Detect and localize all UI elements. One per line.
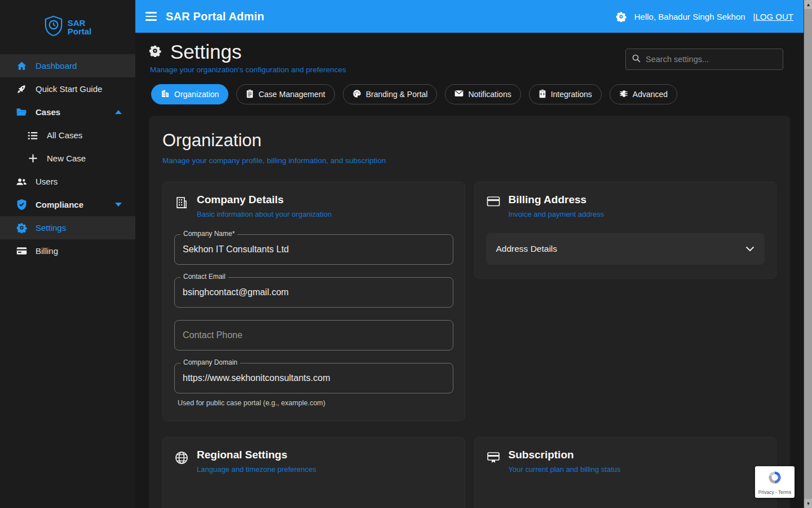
field-label: Contact Email	[180, 273, 228, 281]
tab-label: Case Management	[258, 90, 325, 99]
contact-email-field[interactable]	[174, 277, 453, 308]
users-icon	[16, 176, 27, 187]
sidebar-item-label: Compliance	[36, 200, 83, 209]
palette-icon	[352, 89, 361, 100]
sidebar-item-label: Quick Start Guide	[36, 84, 102, 94]
logout-link[interactable]: |LOG OUT	[753, 12, 793, 21]
tab-advanced[interactable]: Advanced	[610, 84, 677, 104]
sidebar-item-label: All Cases	[47, 130, 82, 140]
integration-icon	[539, 89, 546, 100]
sidebar-item-settings[interactable]: Settings	[0, 216, 135, 239]
address-details-accordion[interactable]: Address Details	[486, 233, 765, 265]
gear-icon[interactable]	[616, 11, 626, 22]
home-icon	[16, 60, 27, 72]
chevron-down-icon[interactable]	[115, 203, 122, 207]
organization-panel: Organization Manage your company profile…	[149, 116, 790, 508]
sidebar: SAR Portal Dashboard Quick Start Guide C…	[0, 0, 135, 508]
chevron-down-icon	[745, 244, 754, 254]
section-title: Organization	[162, 130, 776, 151]
tab-label: Advanced	[633, 90, 668, 99]
card-title: Company Details	[197, 194, 332, 206]
sidebar-item-label: Cases	[36, 107, 60, 117]
sidebar-item-label: Settings	[36, 223, 66, 233]
field-helper-text: Used for public case portal (e.g., examp…	[178, 399, 453, 407]
company-details-card: Company Details Basic information about …	[162, 182, 465, 421]
scroll-down-icon[interactable]: ▼	[804, 499, 812, 508]
list-icon	[27, 130, 38, 141]
vertical-scrollbar[interactable]: ▲ ▼	[804, 0, 812, 508]
plus-icon	[27, 153, 38, 164]
page-title: Settings	[170, 41, 241, 63]
shield-check-icon	[16, 199, 27, 211]
tab-branding-portal[interactable]: Branding & Portal	[343, 84, 438, 104]
gear-icon	[16, 222, 27, 234]
sidebar-item-all-cases[interactable]: All Cases	[0, 124, 135, 147]
app-title: SAR Portal Admin	[166, 10, 264, 23]
scroll-up-icon[interactable]: ▲	[804, 0, 812, 9]
card-subtitle: Invoice and payment address	[509, 210, 604, 218]
logo-text: SAR Portal	[68, 19, 92, 36]
sidebar-item-label: New Case	[47, 154, 86, 163]
tab-label: Notifications	[468, 90, 511, 99]
sidebar-item-label: Billing	[36, 246, 58, 256]
contact-phone-field-wrap	[174, 320, 453, 351]
sidebar-item-new-case[interactable]: New Case	[0, 147, 135, 170]
recaptcha-label: Privacy - Terms	[758, 489, 791, 495]
field-label: Company Domain	[180, 358, 240, 366]
company-name-field[interactable]	[174, 234, 453, 265]
card-subtitle: Your current plan and billing status	[509, 465, 621, 474]
company-domain-field-wrap: Company Domain Used for public case port…	[174, 363, 453, 407]
sidebar-item-compliance[interactable]: Compliance	[0, 193, 135, 216]
card-subtitle: Basic information about your organizatio…	[197, 210, 332, 218]
settings-tabs: Organization Case Management Branding & …	[135, 74, 804, 104]
sidebar-item-users[interactable]: Users	[0, 170, 135, 193]
company-domain-field[interactable]	[174, 363, 453, 393]
tune-icon	[619, 89, 628, 100]
sidebar-item-cases[interactable]: Cases	[0, 100, 135, 124]
app-logo: SAR Portal	[0, 0, 135, 54]
tab-integrations[interactable]: Integrations	[529, 84, 602, 104]
tab-label: Organization	[174, 90, 219, 99]
search-input[interactable]	[646, 55, 777, 64]
tab-case-management[interactable]: Case Management	[236, 84, 334, 104]
user-greeting: Hello, Bahadur Singh Sekhon	[634, 12, 745, 21]
sidebar-item-label: Users	[36, 177, 58, 186]
settings-search[interactable]	[625, 49, 783, 70]
accordion-label: Address Details	[496, 244, 558, 254]
credit-card-icon	[486, 194, 501, 218]
sidebar-item-label: Dashboard	[36, 61, 77, 71]
folder-open-icon	[16, 107, 27, 118]
contact-email-field-wrap: Contact Email	[174, 277, 453, 308]
card-title: Subscription	[509, 449, 621, 461]
menu-icon[interactable]	[145, 12, 157, 21]
chevron-up-icon[interactable]	[115, 110, 122, 114]
credit-card-icon	[16, 246, 27, 257]
tab-notifications[interactable]: Notifications	[445, 84, 520, 104]
shield-clock-logo-icon	[44, 15, 63, 39]
regional-settings-card: Regional Settings Language and timezone …	[162, 437, 465, 508]
main-content: Settings Manage your organization's conf…	[135, 33, 804, 508]
building-icon	[174, 194, 189, 218]
billing-address-card: Billing Address Invoice and payment addr…	[474, 182, 777, 279]
badge-icon	[486, 449, 501, 474]
clipboard-icon	[246, 89, 254, 100]
subscription-card: Subscription Your current plan and billi…	[474, 437, 777, 508]
company-name-field-wrap: Company Name*	[174, 234, 453, 265]
sidebar-item-quick-start-guide[interactable]: Quick Start Guide	[0, 77, 135, 100]
card-title: Billing Address	[509, 194, 604, 206]
field-label: Company Name*	[180, 230, 237, 238]
card-title: Regional Settings	[197, 449, 316, 461]
tab-label: Branding & Portal	[366, 90, 428, 99]
recaptcha-badge[interactable]: Privacy - Terms	[755, 466, 795, 498]
tab-organization[interactable]: Organization	[151, 84, 228, 104]
top-app-bar: SAR Portal Admin Hello, Bahadur Singh Se…	[135, 0, 804, 33]
globe-icon	[174, 449, 189, 474]
tab-label: Integrations	[551, 90, 592, 99]
card-subtitle: Language and timezone preferences	[197, 465, 316, 474]
sidebar-item-dashboard[interactable]: Dashboard	[0, 54, 135, 77]
contact-phone-field[interactable]	[174, 320, 453, 351]
recaptcha-icon	[767, 470, 783, 488]
gear-icon	[149, 45, 161, 59]
building-icon	[161, 89, 170, 100]
sidebar-item-billing[interactable]: Billing	[0, 239, 135, 262]
